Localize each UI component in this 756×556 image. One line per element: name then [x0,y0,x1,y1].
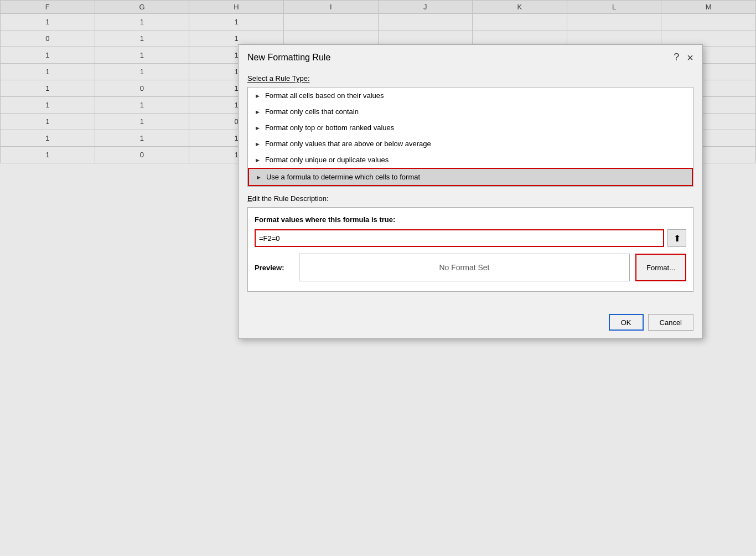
rule-item-label-4: Format only unique or duplicate values [265,156,389,164]
rule-item-0[interactable]: ► Format all cells based on their values [248,87,693,104]
rule-item-label-2: Format only top or bottom ranked values [265,123,394,132]
formula-input-row: ⬆ [255,229,686,247]
rule-item-3[interactable]: ► Format only values that are above or b… [248,136,693,152]
preview-box: No Format Set [299,254,630,281]
edit-box: Format values where this formula is true… [247,207,693,292]
rule-type-list: ► Format all cells based on their values… [247,87,693,187]
dialog-footer: OK Cancel [239,310,702,338]
edit-rule-label: Edit the Rule Description: [247,194,693,203]
rule-item-label-3: Format only values that are above or bel… [265,140,431,148]
rule-item-4[interactable]: ► Format only unique or duplicate values [248,152,693,168]
rule-item-label-5: Use a formula to determine which cells t… [266,173,420,181]
upload-button[interactable]: ⬆ [667,229,686,247]
arrow-icon-4: ► [255,157,261,163]
dialog-controls: ? × [674,52,693,63]
preview-text: No Format Set [439,263,489,272]
dialog-titlebar: New Formatting Rule ? × [239,45,702,68]
new-formatting-rule-dialog: New Formatting Rule ? × Select a Rule Ty… [238,44,703,339]
help-icon[interactable]: ? [674,52,679,63]
dialog-title: New Formatting Rule [247,53,330,63]
format-button[interactable]: Format... [635,254,686,281]
formula-input[interactable] [255,229,664,247]
preview-label: Preview: [255,264,293,272]
cancel-button[interactable]: Cancel [648,314,693,331]
rule-item-2[interactable]: ► Format only top or bottom ranked value… [248,120,693,136]
rule-item-1[interactable]: ► Format only cells that contain [248,104,693,120]
close-icon[interactable]: × [687,52,693,63]
ok-button[interactable]: OK [609,314,644,331]
arrow-icon-0: ► [255,92,261,99]
arrow-icon-1: ► [255,109,261,115]
arrow-icon-2: ► [255,125,261,131]
select-rule-label: Select a Rule Type: [247,74,693,83]
rule-item-label-1: Format only cells that contain [265,107,359,116]
preview-row: Preview: No Format Set Format... [255,247,686,281]
formula-label: Format values where this formula is true… [255,215,686,224]
rule-item-5[interactable]: ► Use a formula to determine which cells… [248,168,693,186]
rule-item-label-0: Format all cells based on their values [265,91,384,100]
dialog-body: Select a Rule Type: ► Format all cells b… [239,68,702,310]
arrow-icon-5: ► [256,174,262,181]
arrow-icon-3: ► [255,141,261,147]
